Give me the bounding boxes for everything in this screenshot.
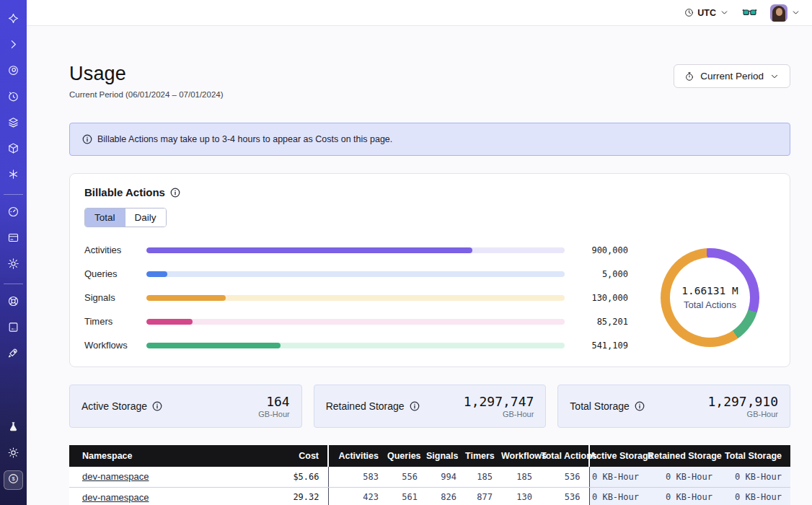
sidebar-item-schedules[interactable] <box>4 88 23 107</box>
sun-icon <box>7 447 19 462</box>
donut-total-label: Total Actions <box>684 299 736 310</box>
bar-track <box>146 295 565 301</box>
cell-total-storage: 0 KB-Hour <box>721 487 790 505</box>
chevron-down-icon <box>791 8 800 17</box>
rocket-icon <box>7 347 19 362</box>
storage-card-value: 1,297,910 <box>707 394 778 409</box>
sidebar-item-console[interactable] <box>4 229 23 249</box>
main-content: Usage Current Period (06/01/2024 – 07/01… <box>27 26 812 505</box>
info-icon[interactable] <box>152 401 162 411</box>
info-icon <box>82 134 92 144</box>
sidebar-item-support[interactable] <box>4 293 23 312</box>
active-storage-card: Active Storage 164 GB-Hour <box>69 385 302 428</box>
sidebar-item-nexus[interactable] <box>4 166 23 185</box>
feedback-button[interactable] <box>742 8 757 18</box>
gauge-icon <box>7 206 19 221</box>
bar-value: 130,000 <box>565 293 628 303</box>
table-row: dev-namespace $5.66 583 556 994 185 185 … <box>69 467 790 487</box>
flask-icon <box>7 421 19 436</box>
bar-label: Signals <box>84 292 146 303</box>
sidebar-item-usage[interactable] <box>4 203 23 223</box>
storage-card-unit: GB-Hour <box>464 410 534 418</box>
period-selector-button[interactable]: Current Period <box>674 64 790 88</box>
timezone-label: UTC <box>697 8 716 18</box>
cell-signals: 826 <box>426 487 465 505</box>
cell-activities: 583 <box>328 467 387 487</box>
col-namespace: Namespace <box>69 445 253 467</box>
col-queries: Queries <box>387 445 426 467</box>
sidebar-item-getting-started[interactable] <box>4 345 23 364</box>
banner-text: Billable Actions may take up to 3-4 hour… <box>97 134 392 144</box>
col-activities: Activities <box>328 445 387 467</box>
timezone-selector[interactable]: UTC <box>684 8 729 18</box>
book-icon <box>7 321 19 336</box>
storage-card-label: Retained Storage <box>326 400 405 412</box>
col-workflows: Workflows <box>501 445 541 467</box>
sidebar-item-namespaces[interactable] <box>4 62 23 82</box>
sidebar: $ <box>0 0 27 505</box>
page-title: Usage <box>69 63 224 85</box>
namespace-usage-table: Namespace Cost Activities Queries Signal… <box>69 445 790 505</box>
bar-fill <box>146 343 281 348</box>
bar-label: Queries <box>84 268 146 279</box>
sidebar-item-billing[interactable]: $ <box>4 470 23 490</box>
cell-queries: 561 <box>387 487 426 505</box>
cell-retained-storage: 0 KB-Hour <box>648 467 721 487</box>
cell-total-storage: 0 KB-Hour <box>721 467 790 487</box>
dollar-coin-icon: $ <box>7 473 19 488</box>
col-cost: Cost <box>253 445 328 467</box>
cell-retained-storage: 0 KB-Hour <box>648 487 721 505</box>
namespace-link[interactable]: dev-namespace <box>82 471 149 482</box>
sidebar-expand-button[interactable] <box>4 36 23 56</box>
storage-card-label: Total Storage <box>570 400 630 412</box>
info-icon[interactable] <box>635 401 645 411</box>
user-menu[interactable] <box>770 4 800 22</box>
col-timers: Timers <box>465 445 501 467</box>
bar-track <box>146 247 565 253</box>
sidebar-item-deployments[interactable] <box>4 140 23 159</box>
period-button-label: Current Period <box>700 71 764 82</box>
cell-activities: 423 <box>328 487 387 505</box>
bar-fill <box>146 319 193 325</box>
layers-icon <box>7 116 19 131</box>
cell-cost: 29.32 <box>253 487 328 505</box>
bar-label: Timers <box>84 316 146 327</box>
cell-workflows: 185 <box>501 467 541 487</box>
sidebar-item-home[interactable] <box>4 10 23 30</box>
cell-active-storage: 0 KB-Hour <box>589 467 648 487</box>
info-icon[interactable] <box>170 188 180 198</box>
col-signals: Signals <box>426 445 465 467</box>
cell-workflows: 130 <box>501 487 541 505</box>
cell-queries: 556 <box>387 467 426 487</box>
clock-icon <box>684 8 694 17</box>
sidebar-item-docs[interactable] <box>4 319 23 338</box>
cell-cost: $5.66 <box>253 467 328 487</box>
sidebar-item-labs[interactable] <box>4 418 23 438</box>
sidebar-item-theme[interactable] <box>4 444 23 464</box>
bar-fill <box>146 247 472 253</box>
chevron-down-icon <box>720 8 729 17</box>
tab-daily[interactable]: Daily <box>125 208 166 227</box>
chevron-right-icon <box>7 38 19 53</box>
namespace-link[interactable]: dev-namespace <box>82 492 149 503</box>
cell-signals: 994 <box>426 467 465 487</box>
bar-label: Workflows <box>84 340 146 351</box>
avatar <box>770 4 787 22</box>
col-total-actions: Total Actions <box>541 445 589 467</box>
temporal-logo-icon <box>7 12 19 27</box>
bar-track <box>146 271 565 277</box>
info-icon[interactable] <box>410 401 420 411</box>
bar-value: 541,109 <box>565 341 628 351</box>
sidebar-item-stack[interactable] <box>4 114 23 133</box>
asterisk-icon <box>7 168 19 183</box>
cell-timers: 185 <box>465 467 501 487</box>
sidebar-item-settings[interactable] <box>4 255 23 275</box>
col-total-storage: Total Storage <box>721 445 790 467</box>
storage-card-unit: GB-Hour <box>258 410 289 418</box>
tab-total[interactable]: Total <box>85 208 125 227</box>
bar-track <box>146 319 565 325</box>
svg-text:$: $ <box>12 475 15 482</box>
sidebar-divider <box>4 194 23 195</box>
retained-storage-card: Retained Storage 1,297,747 GB-Hour <box>314 385 547 428</box>
col-active-storage: Active Storage <box>589 445 648 467</box>
